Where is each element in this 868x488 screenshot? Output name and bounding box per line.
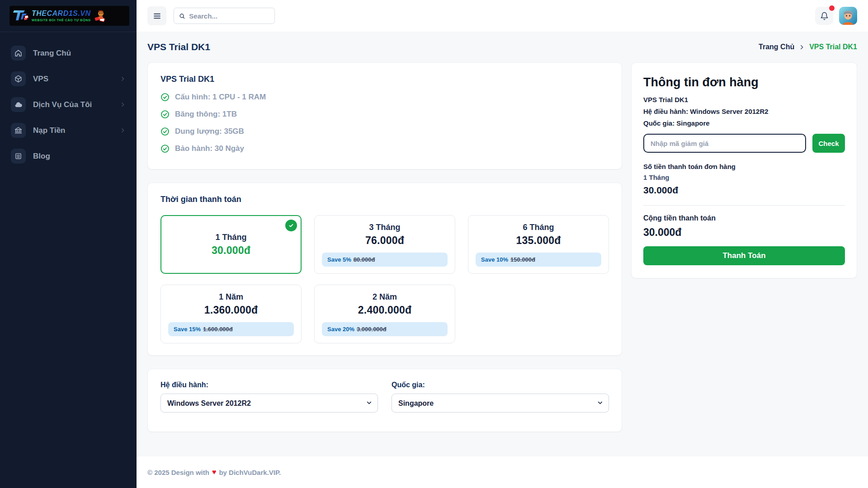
period-price: 76.000đ: [365, 235, 404, 247]
os-field: Hệ điều hành: Windows Server 2012R2: [160, 381, 378, 413]
brand-name: THECARD1S.VN: [32, 10, 91, 17]
sidebar-item-nap-tien[interactable]: Nạp Tiền: [6, 119, 130, 141]
billing-period-card: Thời gian thanh toán 1 Tháng 30.000đ 3 T…: [147, 183, 622, 356]
check-circle-icon: [160, 144, 170, 153]
content: VPS Trial DK1 Trang Chủ VPS Trial DK1 VP…: [137, 32, 868, 456]
chevron-right-icon: [120, 127, 126, 133]
home-icon: [11, 46, 26, 61]
save-badge: Save 10%150.000đ: [476, 253, 601, 267]
coupon-check-button[interactable]: Check: [812, 134, 845, 153]
pay-button[interactable]: Thanh Toán: [643, 246, 845, 265]
billing-period-grid: 1 Tháng 30.000đ 3 Tháng 76.000đ Save 5%8…: [160, 215, 609, 343]
plan-details-card: VPS Trial DK1 Cấu hình: 1 CPU - 1 RAM: [147, 62, 622, 169]
period-option-2-nam[interactable]: 2 Năm 2.400.000đ Save 20%3.000.000đ: [314, 285, 455, 343]
plan-feature-list: Cấu hình: 1 CPU - 1 RAM Băng thông: 1TB: [160, 89, 609, 157]
left-column: VPS Trial DK1 Cấu hình: 1 CPU - 1 RAM: [147, 62, 622, 432]
breadcrumb-current: VPS Trial DK1: [809, 43, 857, 51]
old-price: 150.000đ: [510, 256, 535, 263]
period-label: 2 Năm: [373, 292, 397, 302]
order-os-line: Hệ điều hành: Windows Server 2012R2: [643, 108, 845, 115]
save-percent: Save 5%: [327, 256, 351, 263]
brand-mascot-icon: [94, 9, 106, 23]
brand-logo[interactable]: THECARD1S.VN WEBSITE ĐỔI THẺ CÀO TỰ ĐỘNG: [9, 6, 129, 26]
menu-toggle-button[interactable]: [147, 6, 166, 25]
order-plan-name: VPS Trial DK1: [643, 96, 845, 103]
bell-icon: [820, 12, 829, 20]
footer-copyright-suffix: by DichVuDark.VIP.: [219, 469, 281, 476]
topbar: [137, 0, 868, 32]
plan-feature: Dung lượng: 35GB: [160, 123, 609, 140]
sidebar-item-dich-vu-cua-toi[interactable]: Dịch Vụ Của Tôi: [6, 94, 130, 116]
sidebar-item-blog[interactable]: Blog: [6, 145, 130, 167]
period-price: 2.400.000đ: [358, 304, 411, 316]
user-avatar[interactable]: [839, 7, 857, 25]
blog-icon: [11, 149, 26, 164]
chevron-right-icon: [120, 102, 126, 108]
search-icon: [179, 13, 185, 19]
search-box: [174, 8, 275, 24]
cube-icon: [11, 71, 26, 86]
hamburger-icon: [153, 12, 161, 20]
period-label: 1 Năm: [219, 292, 243, 302]
chevron-right-icon: [120, 76, 126, 82]
check-circle-icon: [160, 127, 170, 136]
brand-text: THECARD1S.VN WEBSITE ĐỔI THẺ CÀO TỰ ĐỘNG: [32, 10, 91, 22]
heart-icon: ♥: [212, 468, 217, 476]
order-country-line: Quốc gia: Singapore: [643, 119, 845, 127]
save-badge: Save 5%80.000đ: [322, 253, 448, 267]
chevron-right-icon: [799, 44, 805, 50]
country-field: Quốc gia: Singapore: [392, 381, 609, 413]
old-price: 3.000.000đ: [357, 326, 387, 333]
country-label: Quốc gia:: [392, 381, 609, 389]
cloud-icon: [11, 97, 26, 112]
plan-feature: Cấu hình: 1 CPU - 1 RAM: [160, 89, 609, 106]
sidebar-item-trang-chu[interactable]: Trang Chủ: [6, 42, 130, 64]
config-card: Hệ điều hành: Windows Server 2012R2 Quốc…: [147, 369, 622, 432]
footer: © 2025 Design with ♥ by DichVuDark.VIP.: [137, 456, 868, 488]
page-title: VPS Trial DK1: [147, 42, 210, 52]
plan-feature-text: Bảo hành: 30 Ngày: [175, 144, 244, 153]
save-badge: Save 15%1.600.000đ: [168, 322, 294, 336]
sidebar-item-label: Blog: [33, 152, 50, 161]
sidebar-item-vps[interactable]: VPS: [6, 68, 130, 90]
old-price: 80.000đ: [354, 256, 375, 263]
period-label: 1 Tháng: [215, 233, 246, 242]
notifications-button[interactable]: [815, 7, 833, 25]
sidebar-item-label: VPS: [33, 75, 48, 84]
breadcrumb-home-link[interactable]: Trang Chủ: [759, 43, 794, 51]
order-period: 1 Tháng: [643, 174, 845, 181]
topbar-right: [815, 7, 857, 25]
sidebar-item-label: Trang Chủ: [33, 49, 71, 58]
period-price: 30.000đ: [212, 244, 250, 257]
plan-name: VPS Trial DK1: [160, 75, 609, 84]
billing-period-title: Thời gian thanh toán: [160, 195, 609, 204]
os-select[interactable]: Windows Server 2012R2: [160, 394, 378, 413]
sidebar-item-label: Nạp Tiền: [33, 126, 65, 135]
plan-feature: Băng thông: 1TB: [160, 106, 609, 123]
period-label: 6 Tháng: [523, 223, 554, 232]
breadcrumb: Trang Chủ VPS Trial DK1: [759, 43, 857, 51]
plan-feature: Bảo hành: 30 Ngày: [160, 140, 609, 157]
save-percent: Save 10%: [481, 256, 508, 263]
period-label: 3 Tháng: [369, 223, 400, 232]
period-option-1-thang[interactable]: 1 Tháng 30.000đ: [160, 215, 302, 274]
save-percent: Save 15%: [174, 326, 201, 333]
notification-badge: [829, 5, 835, 11]
main-area: VPS Trial DK1 Trang Chủ VPS Trial DK1 VP…: [137, 0, 868, 488]
brand-logo-mark-icon: [13, 9, 28, 23]
sidebar-item-label: Dịch Vụ Của Tôi: [33, 100, 92, 109]
os-label: Hệ điều hành:: [160, 381, 378, 389]
order-title: Thông tin đơn hàng: [643, 75, 845, 89]
order-amount: 30.000đ: [643, 185, 845, 196]
search-input[interactable]: [189, 12, 269, 20]
period-price: 1.360.000đ: [204, 304, 258, 316]
plan-feature-text: Cấu hình: 1 CPU - 1 RAM: [175, 93, 266, 102]
order-total: 30.000đ: [643, 226, 845, 239]
period-option-1-nam[interactable]: 1 Năm 1.360.000đ Save 15%1.600.000đ: [160, 285, 302, 343]
period-price: 135.000đ: [516, 235, 561, 247]
period-option-6-thang[interactable]: 6 Tháng 135.000đ Save 10%150.000đ: [468, 215, 609, 274]
plan-feature-text: Dung lượng: 35GB: [175, 127, 244, 136]
country-select[interactable]: Singapore: [392, 394, 609, 413]
period-option-3-thang[interactable]: 3 Tháng 76.000đ Save 5%80.000đ: [314, 215, 455, 274]
coupon-input[interactable]: [643, 134, 806, 153]
